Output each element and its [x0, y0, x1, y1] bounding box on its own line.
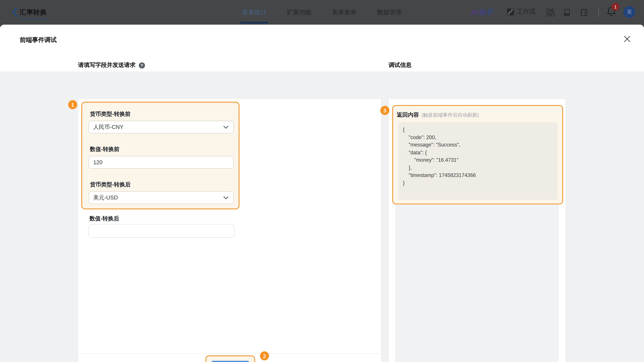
debug-section-title: 调试信息: [388, 61, 412, 69]
workflow-button[interactable]: 工作流: [507, 8, 536, 16]
close-icon[interactable]: [624, 35, 632, 43]
response-json: { "code": 200, "message": "Success", "da…: [398, 122, 557, 200]
tab-form-design[interactable]: 表单设计: [242, 8, 266, 16]
send-request-button[interactable]: 发送请求: [211, 361, 250, 362]
modal-title: 前端事件调试: [20, 36, 57, 44]
field-label-currency-after: 货币类型-转换后: [90, 181, 130, 188]
nav-divider: [598, 8, 599, 17]
response-area-extension: [395, 204, 559, 362]
annotation-box-response: 3 返回内容 (触发前端事件后自动刷新) { "code": 200, "mes…: [392, 105, 563, 204]
ai-assistant-button[interactable]: AI助手: [471, 8, 494, 17]
annotation-box-fields: 1 货币类型-转换前 人民币-CNY 数值-转换前 货币类型-转换后: [81, 102, 240, 209]
back-icon[interactable]: [12, 8, 18, 17]
form-title[interactable]: 汇率转换: [20, 8, 47, 20]
currency-before-select[interactable]: 人民币-CNY: [89, 121, 234, 133]
notification-count-badge: 1: [612, 3, 620, 11]
help-icon[interactable]: ?: [139, 62, 145, 68]
tab-data-management[interactable]: 数据管理: [377, 8, 402, 16]
debug-panel: 3 返回内容 (触发前端事件后自动刷新) { "code": 200, "mes…: [388, 99, 566, 362]
notebook-icon[interactable]: [580, 8, 588, 16]
tab-extensions[interactable]: 扩展功能: [286, 8, 311, 16]
response-header: 返回内容 (触发前端事件后自动刷新): [397, 111, 479, 119]
footer-divider: [78, 354, 381, 354]
field-label-value-before: 数值-转换前: [90, 146, 120, 153]
avatar[interactable]: 英: [624, 6, 636, 18]
chevron-down-icon: [224, 196, 228, 200]
form-title-label: 汇率转换: [20, 8, 47, 15]
form-section-header: 请填写字段并发送请求 ?: [78, 61, 145, 69]
modal-body: 请填写字段并发送请求 ? 1 货币类型-转换前 人民币-CNY 数值: [0, 71, 644, 362]
annotation-box-send: 2 发送请求: [205, 356, 255, 362]
guide-book-icon[interactable]: [564, 8, 571, 16]
currency-before-value: 人民币-CNY: [93, 123, 124, 131]
active-tab-underline: [240, 22, 268, 23]
field-label-value-after: 数值-转换后: [90, 215, 119, 222]
response-title: 返回内容: [397, 111, 419, 119]
form-panel: 1 货币类型-转换前 人民币-CNY 数值-转换前 货币类型-转换后: [78, 99, 381, 362]
tab-form-publish[interactable]: 表单发布: [332, 8, 356, 16]
currency-after-value: 美元-USD: [93, 194, 118, 201]
annotation-badge-1: 1: [68, 100, 77, 109]
field-label-currency-before: 货币类型-转换前: [90, 110, 130, 118]
response-hint: (触发前端事件后自动刷新): [422, 112, 479, 119]
chevron-down-icon: [224, 125, 228, 129]
currency-after-select[interactable]: 美元-USD: [89, 191, 234, 204]
workflow-icon: [507, 8, 514, 15]
annotation-badge-3: 3: [380, 106, 390, 115]
apps-grid-icon[interactable]: [547, 8, 554, 16]
debug-section-header: 调试信息: [388, 61, 412, 69]
form-section-title: 请填写字段并发送请求: [78, 61, 136, 69]
app-viewport: 汇率转换 表单设计 扩展功能 表单发布 数据管理 AI助手 工作流: [0, 0, 644, 362]
value-before-input[interactable]: [89, 156, 234, 169]
value-after-input[interactable]: [88, 224, 234, 238]
top-navbar: 汇率转换 表单设计 扩展功能 表单发布 数据管理 AI助手 工作流: [0, 0, 644, 25]
workflow-label: 工作流: [517, 8, 536, 16]
annotation-badge-2: 2: [260, 351, 269, 360]
frontend-event-debug-modal: 前端事件调试 请填写字段并发送请求 ? 1 货币类型-转换前 人民币-CNY: [0, 25, 644, 362]
